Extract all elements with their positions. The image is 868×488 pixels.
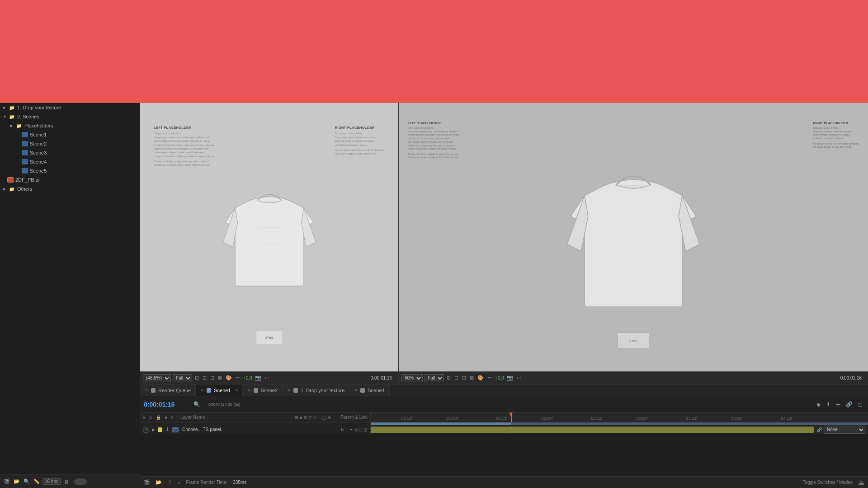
track-labels-header: ● ◎ 🔒 ■ # Layer Name ⊞ ▶ ⊡ ◫ ≡ ◌ ◯ ⊕ Par… — [140, 413, 371, 422]
tab-label: Scene4 — [368, 388, 384, 393]
tree-item-2df-pbai[interactable]: 2DF_PB.ai — [0, 175, 140, 184]
ruler-label-01-00f: 01:00f — [446, 416, 458, 421]
tab-close-icon[interactable]: ✕ — [200, 388, 204, 393]
tab-label: Scene2 — [261, 388, 278, 393]
zoom-select-left[interactable]: (46,5%) — [143, 374, 171, 382]
tree-item-others[interactable]: ▶ 📁 Others — [0, 184, 140, 193]
zoom-select-right[interactable]: 50% — [401, 374, 423, 382]
track-row-1[interactable]: ◎ ▶ 1 🎬 Choose ...TS panel. — [140, 425, 868, 434]
tab-close-icon[interactable]: ✕ — [354, 388, 358, 393]
tab-render-queue[interactable]: ✕ Render Queue — [140, 385, 196, 396]
link-button[interactable]: 🔗 — [844, 400, 854, 408]
tab-scene1[interactable]: ✕ Scene1 ≡ — [196, 385, 243, 396]
solo-col-header: ● — [143, 415, 145, 420]
tab-menu-icon[interactable]: ≡ — [235, 388, 237, 393]
tab-drop-texture[interactable]: ✕ 1. Drop your texture — [283, 385, 349, 396]
chevron-right-icon: ▶ — [10, 123, 14, 128]
delete-button[interactable]: 🗑 — [62, 478, 71, 486]
color-mode-button-right[interactable]: 🎨 — [476, 374, 485, 382]
ruler-label-00-12f: 00:12f — [401, 416, 412, 421]
tree-item-scene2[interactable]: Scene2 — [0, 139, 140, 148]
camera-button-right[interactable]: 📷 — [506, 374, 514, 382]
waveform-button-right[interactable]: 〜 — [486, 374, 493, 382]
layer-color-swatch[interactable] — [158, 427, 162, 432]
timeline-header-row: ● ◎ 🔒 ■ # Layer Name ⊞ ▶ ⊡ ◫ ≡ ◌ ◯ ⊕ Par… — [140, 413, 868, 422]
timeline-area: ✕ Render Queue ✕ Scene1 ≡ ✕ Scene2 ✕ — [140, 384, 868, 488]
tree-item-scene1[interactable]: Scene1 — [0, 130, 140, 139]
scene-icon — [22, 141, 28, 146]
folder-icon-button[interactable]: 📂 — [156, 479, 162, 485]
solo-button[interactable]: ◻ — [856, 400, 864, 408]
viewer-left-canvas[interactable]: LEFT PLACEHOLDER Drop your content here.… — [140, 103, 398, 371]
extract-button[interactable]: ⬅ — [834, 400, 842, 408]
tree-item-scene4[interactable]: Scene4 — [0, 157, 140, 166]
clock-icon-button[interactable]: ⏱ — [167, 480, 172, 485]
composition-icon-button[interactable]: 🎬 — [144, 479, 150, 485]
tab-close-icon[interactable]: ✕ — [287, 388, 291, 393]
options-icon-button[interactable]: ≡ — [178, 480, 180, 485]
fit-frame-button-left[interactable]: ⊞ — [194, 374, 200, 382]
timeline-body: ● ◎ 🔒 ■ # Layer Name ⊞ ▶ ⊡ ◫ ≡ ◌ ◯ ⊕ Par… — [140, 413, 868, 476]
tab-scene2[interactable]: ✕ Scene2 — [243, 385, 283, 396]
tab-scene4[interactable]: ✕ Scene4 — [349, 385, 389, 396]
tab-close-icon[interactable]: ✕ — [247, 388, 251, 393]
chevron-right-icon: ▶ — [3, 105, 7, 110]
folder-icon: 📁 — [8, 104, 15, 111]
flip-button-left[interactable]: ↩ — [264, 374, 270, 382]
left-panel: ▶ 📁 1. Drop your texture ▼ 📁 2. Scenes ▶… — [0, 103, 140, 488]
transparency-button-right[interactable]: ⊠ — [469, 374, 475, 382]
toggle-switches-label: Toggle Switches / Modes — [802, 480, 853, 485]
parent-select[interactable]: None — [824, 426, 865, 434]
waveform-button-left[interactable]: 〜 — [235, 374, 241, 382]
quality-select-right[interactable]: Full — [425, 374, 444, 382]
safe-zones-button-left[interactable]: ⊡ — [209, 374, 215, 382]
lift-button[interactable]: ⬆ — [824, 400, 832, 408]
current-time-display: 0:00:01:16 — [144, 401, 189, 408]
frame-render-label: Frame Render Time: — [186, 480, 227, 485]
pencil-button[interactable]: ✏️ — [33, 478, 41, 486]
fit-frame-button-right[interactable]: ⊞ — [446, 374, 452, 382]
grid-button-left[interactable]: ⊟ — [202, 374, 208, 382]
viewer-left-bar: (46,5%) Full ⊞ ⊟ ⊡ ⊠ 🎨 〜 +0,0 📷 ↩ 0:00:0… — [140, 371, 398, 384]
tab-color-dot — [360, 388, 365, 393]
sweatshirt-svg-left — [220, 178, 319, 296]
visibility-icon[interactable]: ◎ — [143, 427, 149, 433]
tree-item-scene5[interactable]: Scene5 — [0, 166, 140, 175]
ruler-label-04-00f: 04:00f — [731, 416, 742, 421]
layer-bar-1[interactable] — [371, 427, 814, 433]
expand-icon[interactable]: ▶ — [152, 427, 155, 432]
tree-item-scene3[interactable]: Scene3 — [0, 148, 140, 157]
add-marker-button[interactable]: ◆ — [815, 400, 822, 408]
chevron-down-icon: ▼ — [3, 114, 7, 119]
tree-item-drop-texture[interactable]: ▶ 📁 1. Drop your texture — [0, 103, 140, 112]
viewer-right-canvas[interactable]: LEFT PLACEHOLDER Drop your content here.… — [399, 103, 868, 371]
tree-item-label: Others — [17, 186, 32, 192]
chevron-right-icon: ▶ — [3, 187, 7, 191]
timeline-ruler[interactable]: 00:12f 01:00f 01:12f 02:00f 02:12f 03:00… — [371, 413, 868, 422]
tab-close-icon[interactable]: ✕ — [145, 388, 148, 393]
timeline-tabs: ✕ Render Queue ✕ Scene1 ≡ ✕ Scene2 ✕ — [140, 385, 868, 396]
tab-color-dot — [254, 388, 258, 393]
search-button[interactable]: 🔍 — [23, 478, 31, 486]
quality-select-left[interactable]: Full — [173, 374, 192, 382]
toggle-switch[interactable] — [74, 479, 87, 485]
ai-file-icon — [7, 177, 14, 183]
tree-item-scenes[interactable]: ▼ 📁 2. Scenes — [0, 112, 140, 121]
frame-render-value: 335ms — [233, 480, 246, 485]
new-composition-button[interactable]: 🎬 — [3, 478, 11, 486]
search-layer-button[interactable]: 🔍 — [192, 400, 202, 408]
tree-item-placeholders[interactable]: ▶ 📁 Placeholders — [0, 121, 140, 130]
safe-zones-button-right[interactable]: ⊡ — [461, 374, 467, 382]
fx-indicator[interactable]: fx — [341, 427, 344, 432]
flip-button-right[interactable]: ↩ — [516, 374, 522, 382]
camera-button-left[interactable]: 📷 — [254, 374, 262, 382]
tree-item-label: Scene5 — [30, 168, 47, 174]
grid-button-right[interactable]: ⊟ — [453, 374, 459, 382]
transparency-button-left[interactable]: ⊠ — [217, 374, 223, 382]
color-mode-button-left[interactable]: 🎨 — [225, 374, 233, 382]
open-folder-button[interactable]: 📂 — [13, 478, 21, 486]
viewers-row: LEFT PLACEHOLDER Drop your content here.… — [140, 103, 868, 384]
mountain-icon-button[interactable]: ⛰ — [858, 479, 864, 486]
viewer-time-left: 0:00:01:16 — [371, 375, 392, 380]
tree-item-label: Scene1 — [30, 132, 47, 137]
